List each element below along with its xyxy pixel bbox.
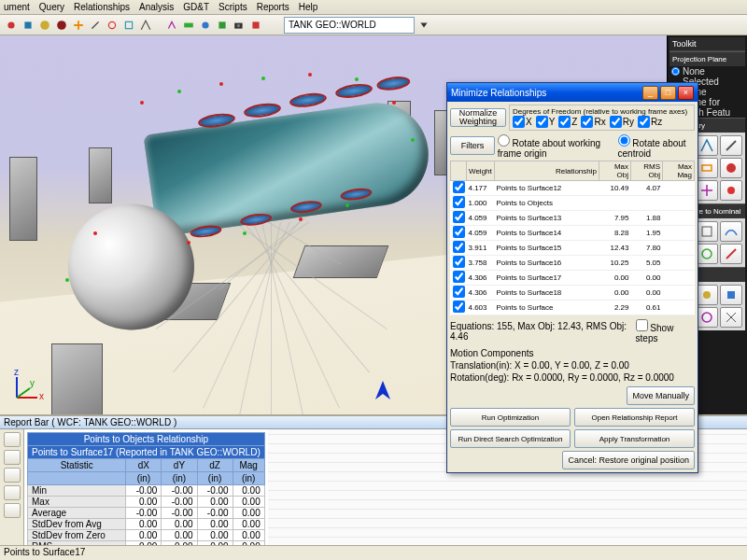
tool-icon[interactable]	[88, 18, 103, 33]
run-optimization-button[interactable]: Run Optimization	[450, 408, 571, 427]
cancel-button[interactable]: Cancel: Restore original position	[562, 451, 695, 469]
svg-point-9	[237, 23, 241, 27]
table-row: Average-0.00-0.00-0.000.00	[28, 508, 265, 519]
camera-icon[interactable]	[232, 18, 247, 33]
toolbar-1: TANK GEO::WORLD	[0, 15, 747, 35]
geom-tool[interactable]	[720, 158, 742, 178]
svg-rect-19	[702, 165, 712, 171]
table-row: StdDev from Zero0.000.000.000.00	[28, 530, 265, 541]
tool-icon[interactable]	[54, 18, 69, 33]
svg-rect-7	[218, 21, 225, 28]
other-tool[interactable]	[697, 285, 719, 305]
minimize-icon[interactable]: _	[642, 86, 658, 100]
compare-tool[interactable]	[720, 221, 742, 242]
svg-rect-24	[702, 227, 712, 236]
menu-item[interactable]: Analysis	[139, 2, 174, 12]
menu-item[interactable]: Relationships	[74, 2, 130, 12]
menu-item[interactable]: Scripts	[218, 2, 247, 12]
other-tool[interactable]	[720, 285, 742, 305]
menu-item[interactable]: Help	[299, 2, 318, 12]
menu-item[interactable]: GD&T	[183, 2, 209, 12]
dialog-titlebar[interactable]: Minimize Relationships _ □ ×	[447, 83, 698, 102]
svg-point-25	[702, 249, 712, 259]
report-tool-icon[interactable]	[4, 450, 21, 465]
report-table: Points to Objects Relationship Points to…	[27, 432, 265, 553]
tool-icon[interactable]	[181, 18, 196, 33]
tool-icon[interactable]	[248, 18, 263, 33]
svg-point-28	[702, 313, 712, 322]
table-row[interactable]: 3.758Points to Surface1610.255.05	[451, 256, 695, 271]
radio-none[interactable]: None	[669, 66, 745, 77]
table-row: Max0.00-0.000.000.00	[28, 497, 265, 508]
geom-tool[interactable]	[720, 135, 742, 156]
compare-tool[interactable]	[697, 244, 719, 264]
radio-frame-origin[interactable]: Rotate about working frame origin	[498, 134, 613, 159]
radio-centroid[interactable]: Rotate about centroid	[618, 134, 695, 159]
north-arrow-icon	[374, 379, 392, 405]
svg-rect-5	[184, 22, 193, 27]
table-row[interactable]: 4.059Points to Surface148.281.95	[451, 226, 695, 241]
tank-model	[84, 69, 439, 273]
compare-tool[interactable]	[720, 244, 742, 264]
geom-tool[interactable]	[697, 158, 719, 178]
table-row[interactable]: 4.603Points to Surface2.290.61	[451, 301, 695, 315]
menu-item[interactable]: Reports	[257, 2, 289, 12]
svg-point-20	[726, 163, 736, 173]
close-icon[interactable]: ×	[678, 86, 694, 100]
geom-tool[interactable]	[697, 180, 719, 201]
report-tool-icon[interactable]	[4, 432, 21, 447]
menu-bar: ument Query Relationships Analysis GD&T …	[0, 0, 747, 15]
move-manually-button[interactable]: Move Manually	[627, 386, 695, 405]
geom-tool[interactable]	[697, 135, 719, 156]
tool-icon[interactable]	[21, 18, 35, 33]
filters-button[interactable]: Filters	[450, 136, 495, 155]
tool-icon[interactable]	[4, 18, 19, 33]
toolkit-section: Projection Plane	[669, 51, 745, 66]
svg-point-26	[703, 291, 711, 299]
svg-rect-10	[252, 21, 259, 28]
svg-point-3	[57, 21, 66, 30]
menu-item[interactable]: Query	[39, 2, 64, 12]
tool-icon[interactable]	[37, 18, 52, 33]
other-tool[interactable]	[697, 307, 719, 328]
report-tools	[0, 429, 24, 555]
apply-transformation-button[interactable]: Apply Transformation	[574, 429, 695, 448]
wcf-selector[interactable]: TANK GEO::WORLD	[284, 17, 415, 34]
axis-triad-icon: z x y	[9, 368, 47, 405]
svg-point-6	[202, 21, 208, 28]
tool-icon[interactable]	[121, 18, 136, 33]
table-row[interactable]: 4.059Points to Surface137.951.88	[451, 211, 695, 226]
normalize-button[interactable]: Normalize Weighting	[450, 108, 506, 127]
status-bar: Points to Surface17	[0, 545, 747, 560]
table-row[interactable]: 4.306Points to Surface170.000.00	[451, 271, 695, 286]
tool-icon[interactable]	[71, 18, 86, 33]
open-report-button[interactable]: Open Relationship Report	[574, 408, 695, 427]
run-direct-button[interactable]: Run Direct Search Optimization	[450, 429, 571, 448]
report-tool-icon[interactable]	[4, 503, 21, 518]
tool-icon[interactable]	[164, 18, 179, 33]
svg-text:y: y	[30, 378, 35, 388]
table-row[interactable]: 1.000Points to Objects	[451, 196, 695, 211]
report-tool-icon[interactable]	[4, 468, 21, 483]
maximize-icon[interactable]: □	[660, 86, 676, 100]
table-row[interactable]: 3.911Points to Surface1512.437.80	[451, 241, 695, 256]
report-tool-icon[interactable]	[4, 485, 21, 500]
tool-icon[interactable]	[105, 18, 120, 33]
other-tool[interactable]	[720, 307, 742, 328]
tool-icon[interactable]	[215, 18, 230, 33]
svg-rect-27	[727, 291, 735, 299]
dropdown-icon[interactable]	[416, 18, 431, 33]
tool-icon[interactable]	[138, 18, 153, 33]
show-steps-check[interactable]: Show steps	[636, 319, 695, 343]
table-row[interactable]: 4.306Points to Surface180.000.00	[451, 286, 695, 301]
geom-tool[interactable]	[720, 180, 742, 201]
table-row[interactable]: 4.177Points to Surface1210.494.07	[451, 181, 695, 196]
svg-point-21	[727, 187, 735, 194]
menu-item[interactable]: ument	[4, 2, 30, 12]
relationships-table: WeightRelationshipMax ObjRMS ObjMax Mag …	[450, 161, 695, 315]
svg-rect-1	[24, 21, 31, 28]
svg-point-4	[108, 21, 115, 28]
compare-tool[interactable]	[697, 221, 719, 242]
tool-icon[interactable]	[198, 18, 213, 33]
minimize-relationships-dialog: Minimize Relationships _ □ × Normalize W…	[446, 82, 698, 473]
